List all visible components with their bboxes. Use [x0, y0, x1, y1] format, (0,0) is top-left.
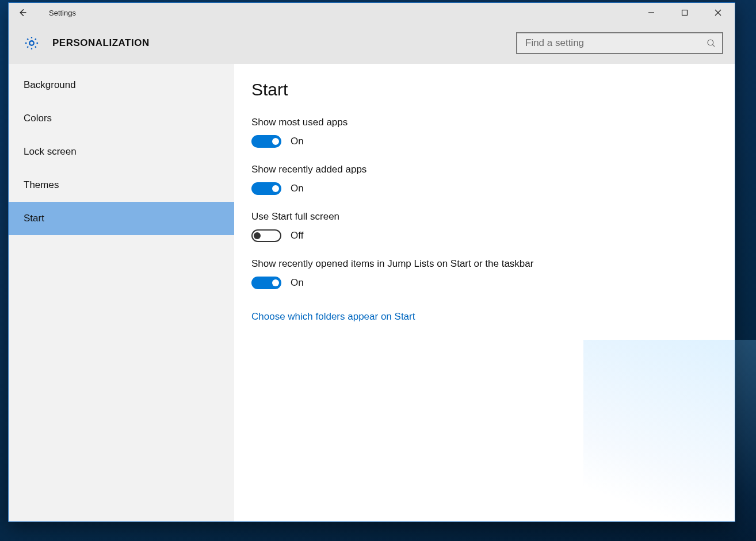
sidebar-item-label: Background [24, 79, 76, 91]
settings-window: Settings PERSONALIZATION [8, 2, 735, 522]
sidebar-item-themes[interactable]: Themes [9, 168, 234, 202]
sidebar-item-label: Themes [24, 179, 59, 191]
setting-label: Show recently added apps [251, 164, 717, 175]
setting-show-most-used-apps: Show most used apps On [251, 117, 717, 148]
content-area: Start Show most used apps On Show recent… [234, 64, 735, 521]
sidebar: Background Colors Lock screen Themes Sta… [9, 64, 234, 521]
sidebar-item-label: Colors [24, 113, 52, 124]
setting-label: Show most used apps [251, 117, 717, 128]
category-header: PERSONALIZATION [9, 22, 735, 64]
svg-point-4 [29, 41, 33, 45]
close-button[interactable] [701, 3, 735, 22]
desktop-background: Settings PERSONALIZATION [0, 0, 756, 541]
toggle-show-recent-jump-list-items[interactable] [251, 277, 281, 289]
sidebar-item-colors[interactable]: Colors [9, 102, 234, 135]
sidebar-item-label: Lock screen [24, 146, 77, 158]
toggle-show-recently-added-apps[interactable] [251, 182, 281, 195]
setting-show-recent-jump-list-items: Show recently opened items in Jump Lists… [251, 258, 717, 289]
window-controls [635, 3, 735, 22]
window-title: Settings [36, 9, 76, 17]
choose-folders-link[interactable]: Choose which folders appear on Start [251, 311, 415, 323]
minimize-icon [648, 9, 655, 16]
svg-point-5 [708, 40, 713, 45]
minimize-button[interactable] [635, 3, 668, 22]
toggle-show-most-used-apps[interactable] [251, 135, 281, 148]
page-heading: Start [251, 80, 717, 99]
sidebar-item-background[interactable]: Background [9, 68, 234, 102]
search-icon [706, 38, 716, 48]
titlebar: Settings [9, 3, 735, 22]
setting-use-start-full-screen: Use Start full screen Off [251, 211, 717, 242]
sidebar-item-lock-screen[interactable]: Lock screen [9, 135, 234, 168]
toggle-state-label: On [291, 277, 304, 289]
setting-show-recently-added-apps: Show recently added apps On [251, 164, 717, 195]
toggle-state-label: On [291, 183, 304, 194]
close-icon [715, 9, 721, 16]
arrow-left-icon [17, 7, 28, 18]
sidebar-item-label: Start [24, 213, 44, 224]
search-input[interactable] [525, 37, 706, 49]
sidebar-item-start[interactable]: Start [9, 202, 234, 235]
search-box[interactable] [516, 32, 723, 54]
toggle-state-label: On [291, 136, 304, 147]
back-button[interactable] [9, 3, 36, 22]
window-body: Background Colors Lock screen Themes Sta… [9, 64, 735, 521]
svg-line-6 [712, 44, 715, 47]
setting-label: Show recently opened items in Jump Lists… [251, 258, 717, 270]
category-title: PERSONALIZATION [52, 37, 150, 49]
maximize-icon [681, 9, 688, 16]
maximize-button[interactable] [668, 3, 701, 22]
setting-label: Use Start full screen [251, 211, 717, 222]
svg-rect-1 [682, 10, 688, 16]
settings-gear-icon [24, 35, 40, 51]
toggle-state-label: Off [291, 230, 303, 241]
toggle-use-start-full-screen[interactable] [251, 229, 281, 242]
